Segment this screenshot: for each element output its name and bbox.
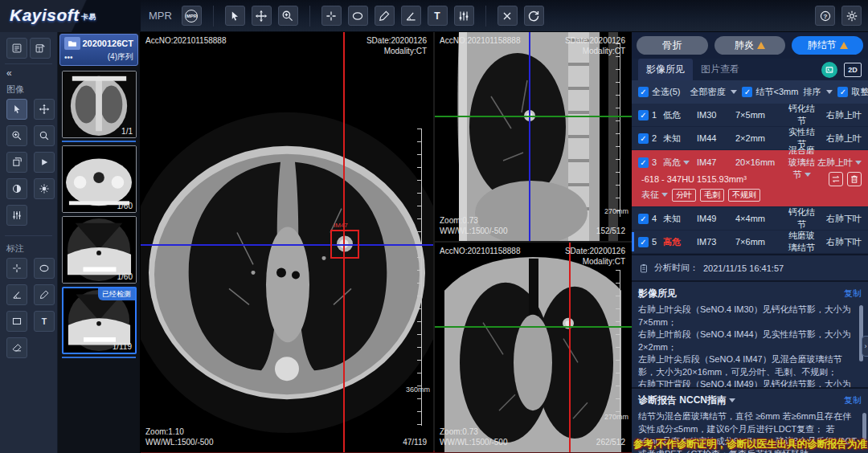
rail-rotate-button[interactable] [6, 152, 27, 173]
row-checkbox[interactable]: ✓ [638, 157, 649, 168]
more-icon[interactable]: ••• [64, 53, 73, 62]
rail-cursor-button[interactable] [6, 99, 27, 120]
rail-zoom-in-button[interactable] [6, 125, 27, 146]
density-filter-dropdown[interactable]: 全部密度 [690, 86, 737, 98]
small-nodule-checkbox[interactable]: ✓结节<3mm [742, 86, 798, 98]
select-all-checkbox[interactable]: ✓全选(5) [638, 86, 680, 98]
pan-tool-button[interactable] [252, 6, 272, 26]
nodule-location: 右肺上叶 [815, 109, 862, 121]
tab-pneumonia[interactable]: 肺炎 [714, 36, 786, 55]
rail-brightness-button[interactable] [34, 178, 55, 199]
row-checkbox[interactable]: ✓ [638, 237, 649, 247]
report-scrollbar[interactable] [862, 413, 866, 440]
pencil-icon [378, 10, 391, 22]
tab-lung-nodule[interactable]: 肺结节 [792, 36, 863, 55]
image-number: IM44 [697, 133, 735, 143]
rail-pan-button[interactable] [34, 99, 55, 120]
nodule-row-1[interactable]: ✓ 1 低危 IM30 7×5mm 钙化结节 右肺上叶 [632, 104, 868, 127]
subtab-image-view[interactable]: 图片查看 [693, 59, 747, 80]
logo-subtext: 卡易 [81, 13, 96, 21]
nodule-type-dropdown[interactable]: 混合磨玻璃结节 [788, 145, 815, 181]
window-level-button[interactable] [454, 6, 474, 26]
text-tool-button[interactable] [428, 6, 448, 26]
series-thumbnail-1[interactable]: 1/1 [62, 71, 137, 138]
collapse-rail-button[interactable]: « [5, 64, 52, 82]
nodule-row-3-selected[interactable]: ✓ 3 高危 IM47 20×16mm 混合磨玻璃结节 左肺上叶 -618 - … [632, 150, 868, 207]
cursor-tool-button[interactable] [225, 6, 245, 26]
rail-rect-button[interactable] [6, 311, 27, 332]
reset-button[interactable] [524, 6, 544, 26]
zoom-in-icon [11, 130, 23, 141]
rail-angle-button[interactable] [6, 284, 27, 305]
coronal-accession-number: AccNO:202101158888 [440, 246, 520, 256]
rail-window-level-button[interactable] [6, 205, 27, 226]
round-checkbox[interactable]: ✓取整 [837, 86, 868, 98]
series-thumbnail-2[interactable]: 1/60 [62, 145, 137, 213]
zoom-tool-button[interactable] [278, 6, 298, 26]
subtab-findings[interactable]: 影像所见 [638, 59, 693, 80]
rail-ellipse-button[interactable] [34, 258, 55, 279]
series-thumbnail-4-selected[interactable]: 已经检测 1/119 [62, 287, 137, 354]
rail-magnify-button[interactable] [34, 125, 55, 146]
compare-button[interactable] [829, 172, 843, 186]
nodule-row-5[interactable]: ✓ 5 高危 IM73 7×6mm 纯磨玻璃结节 右肺下叶 [632, 231, 868, 254]
ellipse-tool-button[interactable] [348, 6, 368, 26]
toolbar-separator [213, 6, 214, 27]
copy-report-button[interactable]: 复制 [844, 394, 862, 406]
risk-level-dropdown[interactable]: 高危 [663, 157, 697, 169]
folder-icon [64, 37, 80, 50]
nodule-roi-box[interactable] [330, 230, 359, 259]
worklist-button[interactable] [6, 38, 27, 59]
coronal-viewport[interactable]: 270mm AccNO:202101158888 SDate:20200126 … [435, 243, 632, 452]
nodule-row-4[interactable]: ✓ 4 未知 IM49 4×4mm 钙化结节 右肺下叶 [632, 207, 868, 231]
row-checkbox[interactable]: ✓ [638, 214, 649, 224]
coronal-crosshair-horizontal[interactable] [435, 326, 632, 328]
rail-cine-play-button[interactable] [34, 152, 55, 173]
image-tools-label: 图像 [5, 82, 52, 99]
row-checkbox[interactable]: ✓ [638, 110, 649, 120]
axial-slice-counter: 47/119 [403, 437, 427, 447]
crosshair-tool-button[interactable] [321, 6, 342, 26]
findings-section: 影像所见 复制 右肺上叶尖段（SeNO.4 IM30）见钙化结节影，大小为7×5… [632, 280, 868, 387]
sagittal-viewport[interactable]: 270mm AccNO:202101158888 SDate:20200126 … [435, 32, 632, 241]
nodule-location-dropdown[interactable]: 左肺上叶 [815, 157, 862, 169]
angle-tool-button[interactable] [401, 6, 421, 26]
warning-icon [757, 42, 765, 49]
rail-eraser-button[interactable] [6, 337, 27, 358]
row-checkbox[interactable]: ✓ [638, 133, 649, 144]
clear-annotations-button[interactable] [497, 6, 518, 26]
film-view-button[interactable] [821, 62, 837, 78]
sagittal-crosshair-horizontal[interactable] [435, 116, 632, 117]
study-header[interactable]: 20200126CT ••• (4)序列 [59, 34, 138, 66]
report-layout-button[interactable] [30, 38, 51, 59]
mpr-viewports: IM47 360mm AccNO:202101158888 SDate:2020… [141, 32, 632, 453]
mpr-layout-button[interactable]: MPR [182, 6, 202, 26]
sagittal-crosshair-vertical[interactable] [529, 32, 530, 241]
axial-modality: Modality:CT [366, 46, 427, 56]
text-icon [39, 316, 50, 327]
delete-nodule-button[interactable] [847, 172, 862, 186]
tab-fracture[interactable]: 骨折 [637, 36, 708, 55]
panel-collapse-handle[interactable]: › [862, 336, 868, 357]
play-icon [39, 157, 50, 168]
rail-text-button[interactable] [34, 311, 55, 332]
axial-crosshair-horizontal[interactable] [141, 244, 433, 246]
settings-button[interactable] [841, 6, 862, 26]
axial-viewport[interactable]: IM47 360mm AccNO:202101158888 SDate:2020… [141, 32, 433, 452]
rail-crosshair-button[interactable] [6, 258, 27, 279]
text-icon [431, 10, 444, 22]
thumbnail-page: 1/119 [113, 342, 132, 351]
nodule-row-2[interactable]: ✓ 2 未知 IM44 2×2mm 实性结节 右肺上叶 [632, 127, 868, 150]
2d-view-button[interactable]: 2D [844, 63, 862, 77]
sort-dropdown[interactable]: 排序 [803, 86, 833, 98]
rail-pencil-button[interactable] [34, 284, 55, 305]
pencil-tool-button[interactable] [375, 6, 395, 26]
coronal-crosshair-vertical[interactable] [569, 243, 571, 452]
detected-badge: 已经检测 [98, 288, 135, 300]
help-button[interactable] [815, 6, 835, 26]
features-dropdown[interactable]: 表征 [641, 189, 668, 201]
top-toolbar: Kayisoft卡易 MPR MPR [0, 0, 868, 32]
copy-findings-button[interactable]: 复制 [844, 288, 862, 300]
series-thumbnail-3[interactable]: 1/60 [62, 216, 137, 284]
rail-invert-button[interactable] [6, 178, 27, 199]
